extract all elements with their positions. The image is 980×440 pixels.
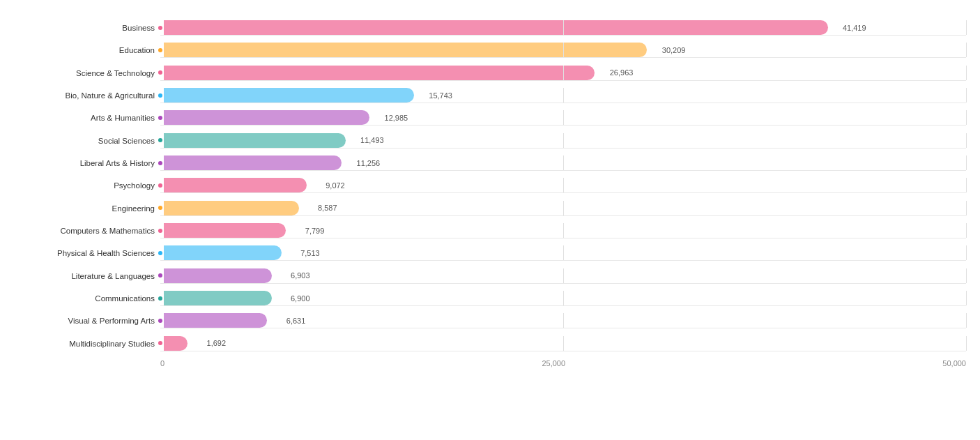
bar-fill: 6,900 bbox=[164, 291, 272, 305]
bar-row: Psychology9,072 bbox=[14, 176, 966, 195]
bar-dot bbox=[157, 137, 164, 144]
bar-fill: 7,799 bbox=[164, 223, 286, 238]
bar-track: 9,072 bbox=[160, 178, 966, 193]
bar-dot bbox=[157, 92, 164, 99]
bar-dot bbox=[157, 295, 164, 302]
bar-track: 26,963 bbox=[160, 66, 966, 81]
bar-track: 6,900 bbox=[160, 291, 966, 306]
bar-fill: 15,743 bbox=[164, 88, 414, 103]
bar-fill: 8,587 bbox=[164, 201, 299, 215]
bar-track: 41,419 bbox=[160, 20, 966, 36]
bar-dot bbox=[157, 182, 164, 189]
bar-label: Psychology bbox=[14, 181, 160, 190]
bar-fill: 6,631 bbox=[164, 313, 267, 328]
bar-track: 11,493 bbox=[160, 133, 966, 149]
bar-value: 6,903 bbox=[291, 271, 310, 280]
bar-label: Education bbox=[14, 46, 160, 54]
bar-dot bbox=[157, 160, 164, 167]
bar-label: Business bbox=[14, 24, 160, 32]
bar-dot bbox=[157, 69, 164, 76]
bar-track: 12,985 bbox=[160, 110, 966, 126]
bar-row: Physical & Health Sciences7,513 bbox=[14, 243, 966, 263]
bar-track: 8,587 bbox=[160, 201, 966, 216]
bar-value: 6,900 bbox=[291, 294, 310, 303]
bar-row: Bio, Nature & Agricultural15,743 bbox=[14, 86, 966, 105]
bar-dot bbox=[157, 204, 164, 211]
bar-fill: 6,903 bbox=[164, 268, 272, 283]
bar-row: Liberal Arts & History11,256 bbox=[14, 153, 966, 173]
bar-fill: 30,209 bbox=[164, 43, 647, 57]
bar-value: 26,963 bbox=[610, 68, 634, 77]
bar-fill: 12,985 bbox=[164, 110, 369, 125]
bar-track: 11,256 bbox=[160, 155, 966, 171]
bar-fill: 26,963 bbox=[164, 66, 595, 80]
bar-row: Multidisciplinary Studies1,692 bbox=[14, 334, 966, 354]
bar-dot bbox=[157, 250, 164, 257]
bar-dot bbox=[157, 317, 164, 324]
bar-track: 7,513 bbox=[160, 245, 966, 261]
bar-value: 41,419 bbox=[843, 24, 866, 32]
axis-tick-label: 50,000 bbox=[942, 359, 966, 367]
bar-row: Literature & Languages6,903 bbox=[14, 266, 966, 286]
bar-dot bbox=[157, 272, 164, 279]
bar-row: Science & Technology26,963 bbox=[14, 63, 966, 83]
bar-value: 30,209 bbox=[662, 46, 686, 54]
bar-dot bbox=[157, 47, 164, 54]
bar-value: 7,513 bbox=[300, 249, 320, 257]
axis-tick-label: 25,000 bbox=[542, 359, 565, 367]
bar-row: Business41,419 bbox=[14, 18, 966, 38]
bar-row: Education30,209 bbox=[14, 40, 966, 60]
bar-label: Liberal Arts & History bbox=[14, 159, 160, 167]
bar-dot bbox=[157, 227, 164, 234]
bar-track: 15,743 bbox=[160, 88, 966, 103]
bar-value: 1,692 bbox=[207, 339, 227, 347]
bar-fill: 41,419 bbox=[164, 20, 828, 35]
bar-label: Science & Technology bbox=[14, 69, 160, 77]
bar-value: 12,985 bbox=[385, 114, 408, 122]
bar-label: Engineering bbox=[14, 204, 160, 213]
bar-value: 8,587 bbox=[318, 204, 337, 212]
bar-label: Communications bbox=[14, 294, 160, 303]
bar-label: Literature & Languages bbox=[14, 272, 160, 280]
bar-dot bbox=[157, 24, 164, 31]
bar-value: 7,799 bbox=[305, 227, 325, 235]
bar-label: Physical & Health Sciences bbox=[14, 249, 160, 257]
bar-fill: 1,692 bbox=[164, 336, 187, 351]
bar-label: Multidisciplinary Studies bbox=[14, 340, 160, 348]
bar-fill: 9,072 bbox=[164, 178, 307, 192]
bar-track: 30,209 bbox=[160, 43, 966, 58]
axis-section: 025,00050,000 bbox=[14, 356, 966, 376]
bar-track: 7,799 bbox=[160, 223, 966, 238]
bar-row: Engineering8,587 bbox=[14, 199, 966, 218]
bar-fill: 7,513 bbox=[164, 245, 282, 260]
axis-labels: 025,00050,000 bbox=[160, 359, 966, 367]
bar-label: Bio, Nature & Agricultural bbox=[14, 91, 160, 100]
bar-value: 6,631 bbox=[286, 317, 306, 325]
bar-track: 6,631 bbox=[160, 313, 966, 328]
bar-value: 11,493 bbox=[360, 136, 384, 144]
bar-label: Arts & Humanities bbox=[14, 114, 160, 122]
bar-dot bbox=[157, 340, 164, 347]
bar-label: Social Sciences bbox=[14, 137, 160, 145]
axis-tick-label: 0 bbox=[160, 359, 164, 367]
bar-row: Arts & Humanities12,985 bbox=[14, 108, 966, 128]
bars-section: Business41,419Education30,209Science & T… bbox=[14, 18, 966, 356]
bar-row: Social Sciences11,493 bbox=[14, 131, 966, 151]
chart-container: Business41,419Education30,209Science & T… bbox=[0, 0, 980, 440]
chart-area: Business41,419Education30,209Science & T… bbox=[14, 18, 966, 376]
bar-fill: 11,256 bbox=[164, 155, 342, 170]
bar-value: 9,072 bbox=[326, 181, 345, 190]
bar-row: Visual & Performing Arts6,631 bbox=[14, 311, 966, 331]
bar-label: Computers & Mathematics bbox=[14, 227, 160, 235]
bar-fill: 11,493 bbox=[164, 133, 346, 148]
bar-track: 1,692 bbox=[160, 336, 966, 351]
bar-value: 15,743 bbox=[429, 91, 452, 100]
bar-dot bbox=[157, 114, 164, 121]
bar-row: Computers & Mathematics7,799 bbox=[14, 221, 966, 241]
bar-value: 11,256 bbox=[357, 159, 381, 167]
bar-row: Communications6,900 bbox=[14, 289, 966, 308]
bar-label: Visual & Performing Arts bbox=[14, 317, 160, 325]
bar-track: 6,903 bbox=[160, 268, 966, 284]
